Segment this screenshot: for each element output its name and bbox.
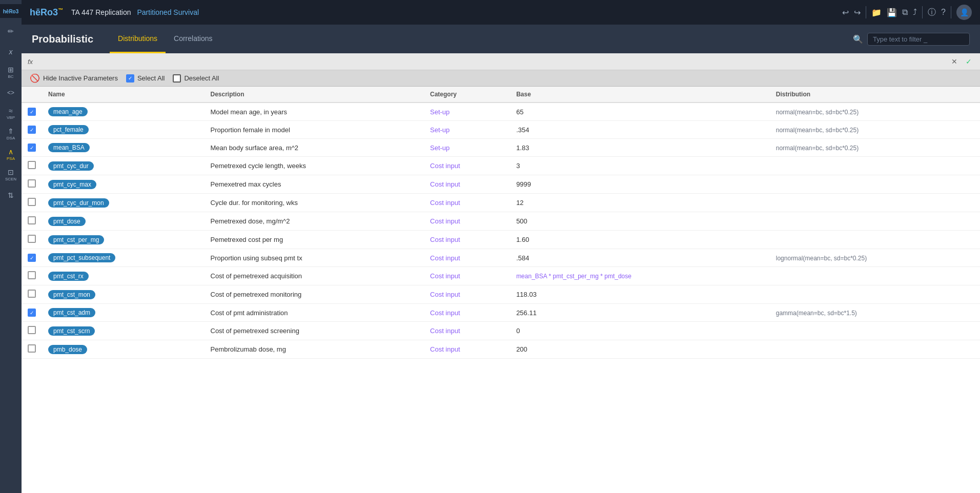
row-checkbox-mean_age[interactable] xyxy=(28,108,36,116)
param-name-badge[interactable]: pmt_pct_subsequent xyxy=(48,253,115,262)
row-description: Cycle dur. for monitoring, wks xyxy=(205,194,424,212)
row-category: Cost input xyxy=(424,267,510,285)
search-icon: 🔍 xyxy=(853,34,863,44)
code-icon: <> xyxy=(7,89,14,96)
user-avatar[interactable]: 👤 xyxy=(956,5,972,20)
tab-correlations[interactable]: Correlations xyxy=(166,25,220,53)
sidebar-item-dsa[interactable]: ⇑ DSA xyxy=(2,125,20,143)
sidebar-item-psa[interactable]: ∧ PSA xyxy=(2,145,20,163)
sidebar-item-scen-label: SCEN xyxy=(5,177,16,181)
row-category: Set-up xyxy=(424,121,510,139)
tab-distributions[interactable]: Distributions xyxy=(110,25,166,53)
param-name-badge[interactable]: mean_BSA xyxy=(48,143,90,152)
param-name-badge[interactable]: pmt_cst_scrn xyxy=(48,326,95,336)
row-description: Model mean age, in years xyxy=(205,102,424,121)
formula-clear-button[interactable]: ✕ xyxy=(949,56,959,67)
param-name-badge[interactable]: pct_female xyxy=(48,125,89,134)
row-checkbox-pmt_cst_rx[interactable] xyxy=(28,271,36,279)
topbar-divider-3 xyxy=(951,6,951,18)
row-checkbox-pmt_cst_scrn[interactable] xyxy=(28,326,36,334)
sidebar-item-bc[interactable]: ⊞ BC xyxy=(2,63,20,81)
table-row: pmt_cst_admCost of pmt administrationCos… xyxy=(22,304,980,322)
deselect-all-label: Deselect All xyxy=(184,74,219,82)
sidebar-item-bc-label: BC xyxy=(8,74,13,79)
row-checkbox-pmt_cyc_max[interactable] xyxy=(28,179,36,188)
row-checkbox-pmt_cyc_dur[interactable] xyxy=(28,161,36,169)
row-category: Cost input xyxy=(424,304,510,322)
copy-icon[interactable]: ⧉ xyxy=(902,8,908,17)
save-icon[interactable]: 💾 xyxy=(887,8,897,17)
row-description: Pemexetred max cycles xyxy=(205,175,424,194)
param-name-badge[interactable]: pmt_cyc_dur xyxy=(48,161,94,171)
row-checkbox-pmt_cyc_dur_mon[interactable] xyxy=(28,198,36,206)
param-name-badge[interactable]: pmt_dose xyxy=(48,217,86,226)
table-wrapper[interactable]: Name Description Category Base Distribut… xyxy=(22,87,980,493)
row-base: 1.83 xyxy=(510,139,770,157)
row-name-cell: pmt_cyc_dur_mon xyxy=(42,194,205,212)
deselect-all-checkbox[interactable] xyxy=(173,74,181,83)
col-check xyxy=(22,87,42,102)
row-distribution: normal(mean=bc, sd=bc*0.25) xyxy=(770,121,980,139)
table-row: pmt_cyc_dur_monCycle dur. for monitoring… xyxy=(22,194,980,212)
sidebar-item-code[interactable]: <> xyxy=(2,84,20,102)
info-icon[interactable]: ⓘ xyxy=(928,7,936,18)
row-checkbox-pmt_cst_per_mg[interactable] xyxy=(28,235,36,243)
row-checkbox-pmt_dose[interactable] xyxy=(28,216,36,224)
param-name-badge[interactable]: pmb_dose xyxy=(48,345,87,354)
main-area: hēRo3™ TA 447 Replication Partitioned Su… xyxy=(22,0,980,493)
table-row: pmt_cst_rxCost of pemetrexed acquisition… xyxy=(22,267,980,285)
row-base: 200 xyxy=(510,340,770,359)
row-description: Cost of pemetrexed acquisition xyxy=(205,267,424,285)
search-input[interactable] xyxy=(867,33,970,46)
sidebar-item-scen[interactable]: ⊡ SCEN xyxy=(2,166,20,184)
select-all-checkbox[interactable] xyxy=(126,74,134,83)
help-icon[interactable]: ? xyxy=(941,8,946,17)
param-name-badge[interactable]: pmt_cst_rx xyxy=(48,272,89,281)
row-checkbox-mean_BSA[interactable] xyxy=(28,143,36,152)
row-base: 3 xyxy=(510,157,770,175)
param-name-badge[interactable]: pmt_cyc_max xyxy=(48,180,96,189)
row-distribution xyxy=(770,340,980,359)
redo-icon[interactable]: ↪ xyxy=(854,8,861,17)
row-distribution: normal(mean=bc, sd=bc*0.25) xyxy=(770,139,980,157)
row-base: .584 xyxy=(510,249,770,267)
param-name-badge[interactable]: pmt_cyc_dur_mon xyxy=(48,198,109,208)
row-name-cell: pmt_cst_mon xyxy=(42,285,205,304)
param-name-badge[interactable]: mean_age xyxy=(48,107,88,116)
row-checkbox-pmt_pct_subsequent[interactable] xyxy=(28,254,36,262)
hide-inactive-toggle[interactable]: 🚫 Hide Inactive Parameters xyxy=(30,73,118,83)
table-row: pmt_cst_monCost of pemetrexed monitoring… xyxy=(22,285,980,304)
table-row: pmb_dosePembrolizumab dose, mgCost input… xyxy=(22,340,980,359)
sidebar-item-arrows[interactable]: ⇅ xyxy=(2,186,20,204)
param-name-badge[interactable]: pmt_cst_adm xyxy=(48,308,95,317)
param-name-badge[interactable]: pmt_cst_per_mg xyxy=(48,235,104,244)
deselect-all-button[interactable]: Deselect All xyxy=(173,74,219,83)
row-checkbox-pct_female[interactable] xyxy=(28,126,36,134)
dsa-icon: ⇑ xyxy=(8,127,14,135)
row-distribution xyxy=(770,267,980,285)
row-checkbox-pmt_cst_mon[interactable] xyxy=(28,290,36,298)
vbp-icon: ≈ xyxy=(9,107,13,115)
undo-icon[interactable]: ↩ xyxy=(842,8,849,17)
row-checkbox-pmt_cst_adm[interactable] xyxy=(28,309,36,317)
share-icon[interactable]: ⤴ xyxy=(913,8,917,17)
sidebar-item-vbp[interactable]: ≈ VBP xyxy=(2,104,20,122)
sidebar-item-formula[interactable]: x xyxy=(2,43,20,61)
formula-input[interactable] xyxy=(37,58,945,66)
param-name-badge[interactable]: pmt_cst_mon xyxy=(48,290,95,299)
table-row: pmt_cyc_durPemetrexed cycle length, week… xyxy=(22,157,980,175)
row-distribution: normal(mean=bc, sd=bc*0.25) xyxy=(770,102,980,121)
table-row: pmt_pct_subsequentProportion using subse… xyxy=(22,249,980,267)
row-category: Cost input xyxy=(424,231,510,249)
row-distribution xyxy=(770,322,980,340)
row-description: Proportion using subseq pmt tx xyxy=(205,249,424,267)
panel-search: 🔍 xyxy=(853,33,970,46)
row-checkbox-pmb_dose[interactable] xyxy=(28,344,36,353)
row-category: Cost input xyxy=(424,340,510,359)
sidebar-item-edit[interactable]: ✏ xyxy=(2,22,20,40)
formula-confirm-button[interactable]: ✓ xyxy=(964,56,974,67)
panel-header: Probabilistic Distributions Correlations… xyxy=(22,25,980,53)
folder-icon[interactable]: 📁 xyxy=(871,8,882,17)
row-category: Cost input xyxy=(424,194,510,212)
select-all-button[interactable]: Select All xyxy=(126,74,165,83)
